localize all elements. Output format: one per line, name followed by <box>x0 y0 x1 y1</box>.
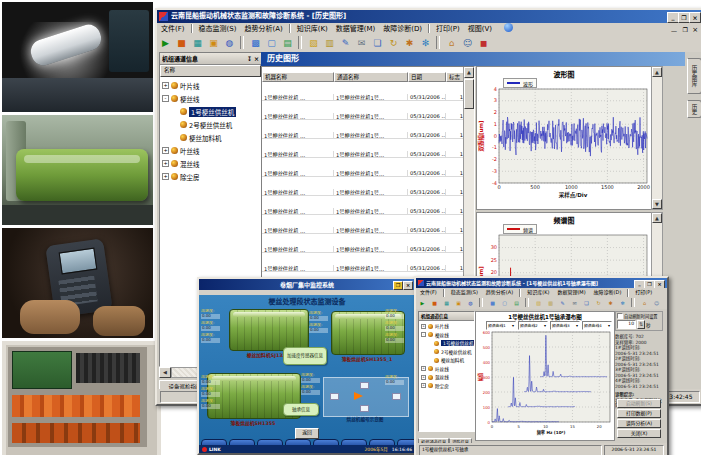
capture-icon[interactable]: ▤ <box>511 298 522 309</box>
menu-item[interactable]: 数据管理(M) <box>332 23 380 35</box>
frame-icon[interactable]: ▢ <box>264 36 279 51</box>
table-row[interactable]: 1号梗丝供丝机 …1号梗丝供丝机1号…05/31/2006 …1 <box>262 86 474 105</box>
tree-column-header[interactable]: 名称 <box>160 65 261 77</box>
tree-item[interactable]: -梗丝线 <box>419 331 474 340</box>
tree-item[interactable]: +混丝线 <box>419 373 474 382</box>
menu-item[interactable]: 打印(P) <box>631 288 656 297</box>
menu-item[interactable]: 趋势分析(A) <box>240 23 286 35</box>
spectrum-curve-combo[interactable]: 频谱曲线1▾ <box>486 321 516 330</box>
action-button[interactable]: 关闭(X) <box>617 429 661 438</box>
menu-item[interactable]: 视图(V) <box>464 23 496 35</box>
menu-item[interactable]: 数据管理(M) <box>553 288 589 297</box>
tree-item[interactable]: 梗丝加料机 <box>419 356 474 365</box>
settings-icon[interactable]: ✱ <box>605 298 616 309</box>
table-row[interactable]: 1号梗丝供丝机 …1号梗丝供丝机1号…05/31/2006 …1 <box>262 105 474 124</box>
settings-icon[interactable]: ✱ <box>402 36 417 51</box>
collapse-icon[interactable]: - <box>162 95 169 102</box>
spectrum-curve-combo[interactable]: 频谱曲线3▾ <box>550 321 580 330</box>
capture-icon[interactable]: ▤ <box>280 36 295 51</box>
menu-item[interactable]: 知识库(K) <box>293 23 332 35</box>
home-icon[interactable]: ⌂ <box>639 298 650 309</box>
expand-icon[interactable]: + <box>162 82 169 89</box>
edit-icon[interactable]: ✎ <box>557 298 568 309</box>
tree-item[interactable]: 1号梗丝供丝机 <box>419 339 474 348</box>
table-row[interactable]: 1号梗丝供丝机 …1号梗丝供丝机1号…05/31/2006 …1 <box>262 219 474 238</box>
refresh-icon[interactable]: ↻ <box>593 298 604 309</box>
waveform-vscrollbar[interactable]: ▲ ▼ <box>651 66 663 210</box>
tree-item[interactable]: +除尘房 <box>160 170 261 183</box>
refresh-checkbox[interactable] <box>617 313 623 319</box>
table-row[interactable]: 1号梗丝供丝机 …1号梗丝供丝机1号…05/31/2006 …1 <box>262 124 474 143</box>
scada-close-button[interactable]: × <box>403 281 413 290</box>
menu-item[interactable]: 稳态监测(S) <box>447 288 482 297</box>
spectrum-curve-combo[interactable]: 频谱曲线4▾ <box>582 321 612 330</box>
refresh-spinner[interactable]: ⇅ <box>637 320 645 329</box>
record-icon[interactable]: ▦ <box>441 298 452 309</box>
start-icon[interactable]: ▶ <box>417 298 428 309</box>
spectrum-curve-combo[interactable]: 频谱曲线2▾ <box>518 321 548 330</box>
exit-icon[interactable]: ◼ <box>476 36 491 51</box>
menu-item[interactable]: 文件(F) <box>157 23 189 35</box>
table-row[interactable]: 1号梗丝供丝机 …1号梗丝供丝机1号…05/31/2006 …1 <box>262 181 474 200</box>
image-icon[interactable]: ▩ <box>487 298 498 309</box>
image-icon[interactable]: ▩ <box>248 36 263 51</box>
close-button[interactable]: × <box>689 12 701 23</box>
scada-title-bar[interactable]: 卷烟厂集中监控系统 ❐ × <box>199 279 415 290</box>
expand-icon[interactable]: + <box>421 383 426 388</box>
action-button[interactable]: 打印数据(P) <box>617 409 661 418</box>
frame-icon[interactable]: ▢ <box>499 298 510 309</box>
menu-item[interactable]: 稳态监测(S) <box>195 23 241 35</box>
mail-icon[interactable]: ✉ <box>569 298 580 309</box>
snapshot-icon[interactable]: ▣ <box>206 36 221 51</box>
tree-item[interactable]: +除尘房 <box>419 382 474 391</box>
expand-icon[interactable]: + <box>162 147 169 154</box>
tab-history[interactable]: 历史 <box>687 100 701 118</box>
collapse-icon[interactable]: - <box>421 332 426 337</box>
save-icon[interactable]: ▥ <box>545 298 556 309</box>
expand-icon[interactable]: + <box>162 160 169 167</box>
menu-item[interactable]: 故障诊断(D) <box>590 288 626 297</box>
report-icon[interactable]: ❏ <box>370 36 385 51</box>
analyze-icon[interactable]: ✻ <box>617 298 628 309</box>
tree-item[interactable]: 2号梗丝供丝机 <box>419 348 474 357</box>
analyze-icon[interactable]: ✻ <box>418 36 433 51</box>
mail-icon[interactable]: ✉ <box>354 36 369 51</box>
report-icon[interactable]: ❏ <box>581 298 592 309</box>
refresh-icon[interactable]: ↻ <box>386 36 401 51</box>
action-button[interactable]: 谱阵分析(A) <box>617 419 661 428</box>
table-column-header[interactable]: 日期 <box>408 72 446 82</box>
expand-icon[interactable]: + <box>421 366 426 371</box>
expand-icon[interactable]: + <box>421 375 426 380</box>
pin-icon[interactable]: ↧ <box>247 55 252 62</box>
tree-item[interactable]: +叶丝线 <box>160 144 261 157</box>
table-scroll-thumb[interactable] <box>464 79 474 109</box>
home-icon[interactable]: ⌂ <box>444 36 459 51</box>
table-row[interactable]: 1号梗丝供丝机 …1号梗丝供丝机1号…05/31/2006 …1 <box>262 238 474 257</box>
scada-restore-button[interactable]: ❐ <box>393 281 403 290</box>
database-icon[interactable]: ◍ <box>222 36 237 51</box>
tab-history-gallery[interactable]: 历史图库 <box>687 58 701 94</box>
table-header-row[interactable]: 机器名称通道名称日期标志 <box>262 67 474 86</box>
open-icon[interactable]: ▧ <box>306 36 321 51</box>
tree-item[interactable]: 2号梗丝供丝机 <box>160 118 261 131</box>
scada-machine-dryer-1[interactable] <box>331 311 405 355</box>
menu-item[interactable]: 故障诊断(D) <box>379 23 426 35</box>
table-row[interactable]: 1号梗丝供丝机 …1号梗丝供丝机1号…05/31/2006 …1 <box>262 200 474 219</box>
stop-icon[interactable]: ■ <box>174 36 189 51</box>
menu-item[interactable]: 知识库(K) <box>523 288 553 297</box>
menu-item[interactable]: 文件(F) <box>416 288 441 297</box>
table-column-header[interactable]: 机器名称 <box>262 72 334 82</box>
help-icon[interactable] <box>504 23 513 32</box>
tree-item[interactable]: +叶片线 <box>160 79 261 92</box>
tree-item[interactable]: -梗丝线 <box>160 92 261 105</box>
expand-icon[interactable]: + <box>162 173 169 180</box>
menu-item[interactable]: 趋势分析(A) <box>482 288 517 297</box>
user-icon[interactable]: ☺ <box>460 36 475 51</box>
edit-icon[interactable]: ✎ <box>338 36 353 51</box>
tree-item[interactable]: 1号梗丝供丝机 <box>160 105 261 118</box>
scada-back-button[interactable]: 返回 <box>295 428 319 439</box>
stop-icon[interactable]: ■ <box>429 298 440 309</box>
tree-item[interactable]: 梗丝加料机 <box>160 131 261 144</box>
save-icon[interactable]: ▥ <box>322 36 337 51</box>
record-icon[interactable]: ▦ <box>190 36 205 51</box>
